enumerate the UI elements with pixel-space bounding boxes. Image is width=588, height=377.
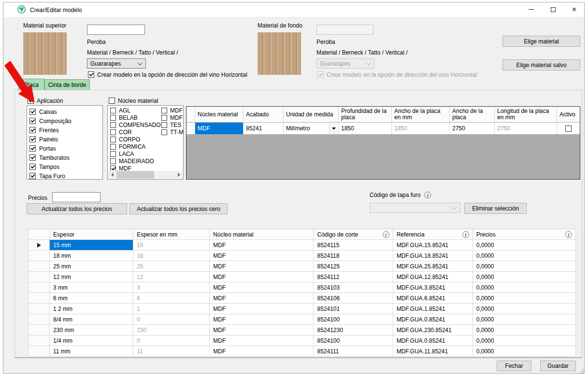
horizontal-scrollbar[interactable] xyxy=(108,171,183,179)
board-cell-ancho-mm[interactable]: 1850 xyxy=(392,123,450,134)
table-cell[interactable]: 11 xyxy=(133,346,210,357)
col-header-acabado[interactable]: Acabado xyxy=(244,107,284,122)
col-header-activo[interactable]: Activo xyxy=(557,107,580,122)
table-row[interactable]: 12 mm12MDF8524112MDF.GUA.12.852410,0000 xyxy=(29,272,576,282)
table-cell[interactable]: MDF.GUA.0.85241 xyxy=(393,335,473,346)
table-cell[interactable]: MDF.GUA.6.85241 xyxy=(393,293,473,304)
table-cell[interactable]: 8524100 xyxy=(314,335,393,346)
table-cell[interactable]: 6 xyxy=(133,293,210,304)
checkbox-icon[interactable] xyxy=(29,164,36,170)
col-header-nucleo[interactable]: Núcleo material xyxy=(210,229,314,240)
nucleo-header-row[interactable]: Núcleo material xyxy=(109,97,158,104)
row-selector-cell[interactable] xyxy=(29,293,50,304)
table-cell[interactable]: 0,0000 xyxy=(473,314,575,325)
table-cell[interactable]: MDF.GUA.12.85241 xyxy=(393,272,473,282)
table-row[interactable]: 8/4 mm0MDF8524100MDF.GUA.0.852410,0000 xyxy=(29,314,576,325)
table-cell[interactable]: MDF.GUA.0.85241 xyxy=(393,314,473,325)
table-cell[interactable]: MDF xyxy=(210,304,314,314)
list-item[interactable]: COMPENSADO xyxy=(108,121,157,128)
list-item[interactable]: FORMICA xyxy=(108,143,157,150)
material-fondo-brand-dropdown[interactable]: Guararapes xyxy=(316,58,374,69)
unidad-dropdown-button[interactable] xyxy=(329,123,338,134)
list-item[interactable]: Painéis xyxy=(28,135,102,144)
table-cell[interactable]: MDF.GUA.25.85241 xyxy=(393,261,473,272)
table-cell[interactable]: 0,0000 xyxy=(473,335,575,346)
table-cell[interactable]: 12 mm xyxy=(50,272,133,282)
table-cell[interactable]: 230 xyxy=(133,325,210,335)
material-superior-swatch[interactable] xyxy=(23,32,67,75)
checkbox-icon[interactable] xyxy=(29,136,36,142)
table-cell[interactable]: 8524101 xyxy=(314,304,393,314)
col-header-unidad-de-medida[interactable]: Unidad de medida xyxy=(284,107,339,122)
list-item[interactable]: MDF xyxy=(159,114,184,121)
table-row[interactable]: 15 mm15MDF8524115MDF.GUA.15.852410,0000 xyxy=(29,240,576,251)
board-cell-ancho[interactable]: 2750 xyxy=(450,123,495,134)
list-item[interactable]: Tampos xyxy=(28,162,102,171)
board-grid-row[interactable]: MDF 85241 Milímetro 1850 1850 2750 2750 xyxy=(186,123,580,134)
checkbox-icon[interactable] xyxy=(29,118,36,124)
table-cell[interactable]: 1/4 mm xyxy=(50,335,133,346)
table-cell[interactable]: MDF xyxy=(210,261,314,272)
table-cell[interactable]: MDF xyxy=(210,325,314,335)
table-cell[interactable]: 25 mm xyxy=(50,261,133,272)
row-selector-cell[interactable] xyxy=(29,251,50,261)
direction-checkbox-row[interactable]: Crear modelo en la opción de dirección d… xyxy=(88,71,247,78)
table-cell[interactable]: MDF.GUA.11.85241 xyxy=(393,346,473,357)
info-icon[interactable]: i xyxy=(424,192,431,198)
info-icon[interactable]: i xyxy=(383,231,389,238)
resize-grip-icon[interactable] xyxy=(578,368,584,374)
checkbox-icon[interactable] xyxy=(110,166,116,171)
table-cell[interactable]: 8524111 xyxy=(314,346,393,357)
material-fondo-code-input[interactable] xyxy=(316,25,373,35)
board-cell-activo[interactable] xyxy=(557,123,580,134)
checkbox-icon[interactable] xyxy=(110,151,116,157)
table-cell[interactable]: 0 xyxy=(133,314,210,325)
board-row-selector[interactable] xyxy=(186,123,195,134)
list-item[interactable]: TES xyxy=(159,121,184,128)
table-row[interactable]: 3 mm3MDF8524103MDF.GUA.3.852410,0000 xyxy=(29,282,576,293)
table-cell[interactable]: 0,0000 xyxy=(473,261,575,272)
list-item[interactable]: MADEIRADO xyxy=(108,157,157,165)
row-selector-cell[interactable] xyxy=(29,240,50,251)
checkbox-icon[interactable] xyxy=(110,115,116,121)
list-item[interactable]: COR xyxy=(108,128,157,136)
table-cell[interactable]: 18 mm xyxy=(50,251,133,261)
table-cell[interactable]: 15 xyxy=(133,240,210,251)
fechar-button[interactable]: Fechar xyxy=(497,361,531,371)
table-cell[interactable]: 0,0000 xyxy=(473,293,575,304)
table-cell[interactable]: 15 mm xyxy=(50,240,133,251)
activo-checkbox[interactable] xyxy=(565,126,572,132)
checkbox-icon[interactable] xyxy=(161,122,167,128)
table-row[interactable]: 25 mm25MDF8524125MDF.GUA.25.852410,0000 xyxy=(29,261,576,272)
nucleo-listbox[interactable]: AGLBELABCOMPENSADOCORCORPOFORMICALACAMAD… xyxy=(107,105,184,180)
table-cell[interactable]: 0,0000 xyxy=(473,325,575,335)
tab-cinta-de-borde[interactable]: Cinta de borde xyxy=(44,79,90,90)
list-item[interactable]: CORPO xyxy=(108,136,157,143)
table-cell[interactable]: 8524106 xyxy=(314,293,393,304)
table-cell[interactable]: 11 mm xyxy=(50,346,133,357)
info-icon[interactable]: i xyxy=(462,231,469,238)
table-cell[interactable]: MDF xyxy=(210,293,314,304)
actualizar-precios-cero-button[interactable]: Actualizar todos los precios cero xyxy=(129,203,228,214)
col-header-referencia[interactable]: Referenciai xyxy=(393,229,473,240)
checkbox-icon[interactable] xyxy=(110,137,116,142)
list-item[interactable]: BELAB xyxy=(108,114,157,121)
table-cell[interactable]: 0,0000 xyxy=(473,240,575,251)
scroll-left-button[interactable] xyxy=(108,171,116,179)
precios-input[interactable] xyxy=(52,192,100,202)
col-header-codigo-corte[interactable]: Código de cortei xyxy=(314,229,393,240)
table-cell[interactable]: 8524100 xyxy=(314,314,393,325)
list-item[interactable]: Composição xyxy=(28,116,102,126)
row-selector-cell[interactable] xyxy=(29,346,50,357)
info-icon[interactable]: i xyxy=(565,231,572,238)
list-item[interactable]: Portas xyxy=(28,144,102,153)
row-selector-cell[interactable] xyxy=(29,282,50,293)
guardar-button[interactable]: Guardar xyxy=(540,361,576,371)
table-cell[interactable]: MDF.GUA.18.85241 xyxy=(393,251,473,261)
table-cell[interactable]: MDF.GUA.230.85241 xyxy=(393,325,473,335)
checkbox-icon[interactable] xyxy=(110,129,116,135)
table-cell[interactable]: MDF xyxy=(210,335,314,346)
table-cell[interactable]: 8524115 xyxy=(314,240,393,251)
table-cell[interactable]: 0,0000 xyxy=(473,282,575,293)
checkbox-icon[interactable] xyxy=(29,145,36,152)
